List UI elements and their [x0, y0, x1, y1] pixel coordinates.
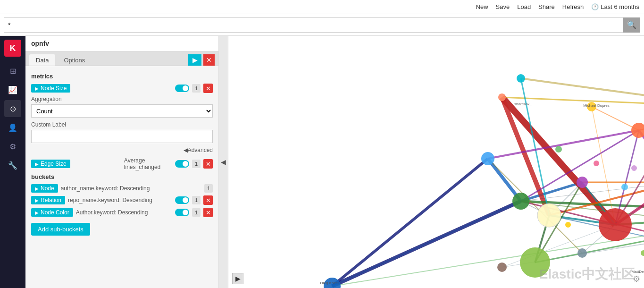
time-range-label: Last 6 months: [601, 3, 639, 10]
svg-point-69: [565, 222, 571, 228]
metrics-title: metrics: [31, 73, 213, 80]
bucket-node-label: Node: [41, 185, 54, 192]
tab-actions: ▶ ✕: [188, 54, 215, 66]
bucket-node-info: author_name.keyword: Descending: [61, 185, 201, 192]
search-bar: 🔍: [0, 14, 644, 36]
graph-area: ... ... shareRw... Michael Duprez cherui…: [228, 36, 644, 288]
bucket-nodecolor-remove[interactable]: ✕: [203, 208, 213, 217]
bucket-nodecolor-number: 1: [192, 208, 201, 217]
aggregation-select[interactable]: Count Average Sum Min Max: [31, 104, 213, 118]
bucket-node-arrow: ▶: [35, 186, 39, 191]
advanced-link[interactable]: ◀Advanced: [31, 147, 213, 153]
edge-size-remove[interactable]: ✕: [203, 159, 213, 169]
bucket-relation-arrow: ▶: [35, 198, 39, 203]
node-size-toggle[interactable]: [175, 85, 189, 92]
node-size-remove[interactable]: ✕: [203, 84, 213, 93]
svg-point-68: [631, 165, 637, 171]
node-size-arrow: ▶: [35, 86, 39, 91]
side-panel: opnfv Data Options ▶ ✕ metrics ▶ Node Si…: [25, 36, 219, 288]
new-button[interactable]: New: [476, 3, 488, 10]
svg-point-52: [577, 177, 588, 188]
svg-point-49: [537, 203, 561, 227]
panel-close-button[interactable]: ✕: [203, 54, 215, 66]
search-input[interactable]: [4, 17, 623, 33]
run-button[interactable]: ▶: [188, 54, 201, 66]
bucket-relation-toggle[interactable]: [175, 196, 189, 204]
svg-point-46: [599, 208, 632, 241]
svg-point-51: [481, 152, 494, 165]
bucket-relation-block: ▶ Relation: [31, 196, 65, 204]
bucket-relation-remove[interactable]: ✕: [203, 195, 213, 205]
buckets-title: buckets: [31, 173, 213, 180]
nav-visualize[interactable]: 📈: [4, 81, 21, 98]
collapse-panel-button[interactable]: ◀: [219, 36, 228, 288]
top-bar: New Save Load Share Refresh 🕐 Last 6 mon…: [0, 0, 644, 14]
svg-point-65: [594, 161, 599, 166]
bucket-node-row: ▶ Node author_name.keyword: Descending 1: [31, 184, 213, 193]
svg-point-47: [520, 247, 550, 278]
svg-point-60: [577, 248, 587, 258]
bucket-nodecolor-block: ▶ Node Color: [31, 208, 73, 217]
bucket-relation-info: repo_name.keyword: Descending: [68, 197, 172, 203]
svg-point-63: [498, 93, 506, 101]
bucket-nodecolor-label: Node Color: [41, 209, 69, 216]
node-size-number: 1: [192, 84, 201, 93]
node-size-label: Node Size: [41, 85, 67, 92]
svg-text:Oleg Kozeli: Oleg Kozeli: [320, 281, 340, 285]
clock-icon: 🕐: [591, 3, 599, 10]
add-sub-buckets-button[interactable]: Add sub-buckets: [31, 223, 90, 236]
nav-discover[interactable]: ⊞: [4, 62, 21, 79]
nav-tools[interactable]: 🔧: [4, 157, 21, 174]
custom-label-title: Custom Label: [31, 121, 213, 128]
node-size-row: ▶ Node Size 1 ✕: [31, 84, 213, 93]
svg-point-64: [555, 146, 562, 152]
bucket-nodecolor-arrow: ▶: [35, 210, 39, 215]
edge-size-block: ▶ Edge Size: [31, 160, 70, 168]
svg-text:...: ...: [613, 219, 617, 223]
bucket-nodecolor-toggle[interactable]: [175, 209, 189, 216]
svg-point-66: [621, 184, 628, 190]
time-range[interactable]: 🕐 Last 6 months: [591, 3, 639, 10]
save-button[interactable]: Save: [496, 3, 510, 10]
main-area: K ⊞ 📈 ⊙ 👤 ⚙ 🔧 opnfv Data Options ▶ ✕ met…: [0, 36, 644, 288]
bucket-relation-number: 1: [192, 196, 201, 204]
edge-size-number: 1: [192, 160, 201, 168]
bucket-nodecolor-info: Author.keyword: Descending: [76, 209, 172, 216]
edge-size-arrow: ▶: [35, 161, 39, 167]
tab-data[interactable]: Data: [29, 54, 55, 66]
svg-text:shareRw...: shareRw...: [514, 102, 532, 106]
svg-point-62: [517, 74, 525, 83]
load-button[interactable]: Load: [517, 3, 531, 10]
tab-options[interactable]: Options: [57, 54, 92, 66]
aggregation-label: Aggregation: [31, 96, 213, 102]
graph-settings-icon[interactable]: ⚙: [633, 274, 640, 284]
nav-settings[interactable]: ⚙: [4, 138, 21, 155]
custom-label-input[interactable]: [31, 130, 213, 143]
panel-body: metrics ▶ Node Size 1 ✕ Aggregation Coun…: [25, 66, 218, 240]
node-size-block: ▶ Node Size: [31, 84, 70, 93]
svg-text:Michael Duprez: Michael Duprez: [583, 103, 610, 108]
bucket-relation-row: ▶ Relation repo_name.keyword: Descending…: [31, 195, 213, 205]
panel-title: opnfv: [25, 36, 218, 51]
nav-user[interactable]: 👤: [4, 119, 21, 136]
svg-point-50: [512, 193, 529, 210]
left-nav: K ⊞ 📈 ⊙ 👤 ⚙ 🔧: [0, 36, 25, 288]
play-button[interactable]: ▶: [232, 273, 243, 284]
bucket-nodecolor-row: ▶ Node Color Author.keyword: Descending …: [31, 208, 213, 217]
edge-size-toggle[interactable]: [175, 160, 189, 168]
graph-visualization[interactable]: ... ... shareRw... Michael Duprez cherui…: [228, 36, 644, 288]
bucket-relation-label: Relation: [41, 197, 61, 203]
bucket-node-block: ▶ Node: [31, 184, 58, 193]
svg-point-59: [497, 263, 507, 272]
edge-size-info: Average lines_changed: [124, 157, 172, 170]
search-button[interactable]: 🔍: [623, 17, 640, 33]
refresh-button[interactable]: Refresh: [562, 3, 584, 10]
edge-size-label: Edge Size: [41, 161, 67, 167]
svg-text:MattDeff...: MattDeff...: [632, 270, 644, 274]
share-button[interactable]: Share: [538, 3, 555, 10]
bucket-node-number: 1: [204, 184, 213, 193]
nav-graph[interactable]: ⊙: [4, 100, 21, 117]
panel-tabs: Data Options ▶ ✕: [25, 51, 218, 66]
logo: K: [4, 40, 21, 57]
bottom-controls: ▶: [232, 273, 243, 284]
